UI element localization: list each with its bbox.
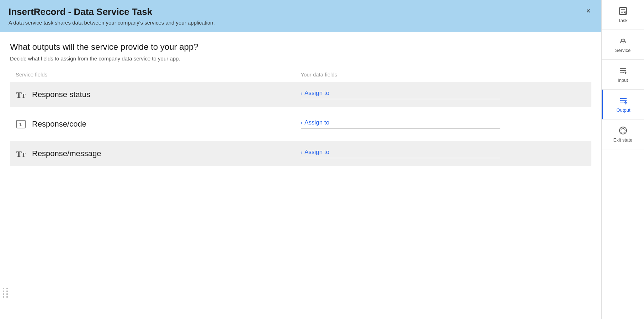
body-section: What outputs will the service provide to… <box>0 32 601 319</box>
field-rows: T T Response status › Assign to <box>10 82 591 170</box>
input-icon <box>618 66 628 75</box>
service-icon <box>618 36 628 46</box>
section-description: Decide what fields to assign from the co… <box>10 55 591 62</box>
assign-label: Assign to <box>304 90 329 97</box>
chevron-icon: › <box>301 90 303 96</box>
svg-line-13 <box>620 41 622 43</box>
field-left-response-status: T T Response status <box>16 90 301 99</box>
sidebar-label-output: Output <box>616 107 630 113</box>
sidebar: Task Service Input <box>601 0 644 319</box>
drag-handle <box>3 288 9 298</box>
col-header-data: Your data fields <box>301 71 586 78</box>
field-left-response-message: T T Response/message <box>16 149 301 158</box>
field-left-response-code: 1 Response/code <box>16 119 301 129</box>
task-icon <box>618 6 628 16</box>
header-title: InsertRecord - Data Service Task <box>9 6 215 17</box>
sidebar-item-task[interactable]: Task <box>602 0 644 30</box>
assign-label: Assign to <box>304 149 329 156</box>
field-row-response-code: 1 Response/code › Assign to <box>10 111 591 137</box>
field-row-response-status: T T Response status › Assign to <box>10 82 591 107</box>
field-row-response-message: T T Response/message › Assign to <box>10 141 591 166</box>
field-name-response-status: Response status <box>32 90 90 99</box>
chevron-icon: › <box>301 149 303 155</box>
svg-point-24 <box>621 128 625 133</box>
field-right-response-code: › Assign to <box>301 119 586 129</box>
sidebar-item-input[interactable]: Input <box>602 60 644 90</box>
assign-label: Assign to <box>304 119 329 126</box>
assign-btn-response-code[interactable]: › Assign to <box>301 119 500 129</box>
section-question: What outputs will the service provide to… <box>10 42 591 52</box>
svg-text:T: T <box>16 90 22 99</box>
sidebar-item-service[interactable]: Service <box>602 30 644 60</box>
field-right-response-status: › Assign to <box>301 90 586 99</box>
header-text-block: InsertRecord - Data Service Task A data … <box>9 6 215 26</box>
assign-btn-response-status[interactable]: › Assign to <box>301 90 500 99</box>
col-header-service: Service fields <box>16 71 301 78</box>
sidebar-label-task: Task <box>618 18 628 23</box>
svg-text:T: T <box>16 149 22 158</box>
svg-text:1: 1 <box>19 122 22 127</box>
number-type-icon: 1 <box>16 119 27 129</box>
header-subtitle: A data service task shares data between … <box>9 20 215 26</box>
sidebar-label-service: Service <box>615 48 630 53</box>
svg-text:T: T <box>22 152 26 158</box>
field-columns-header: Service fields Your data fields <box>10 71 591 78</box>
field-name-response-code: Response/code <box>32 119 86 129</box>
sidebar-item-exit-state[interactable]: Exit state <box>602 119 644 149</box>
text-type-icon-2: T T <box>16 149 27 158</box>
field-name-response-message: Response/message <box>32 149 101 158</box>
output-icon <box>619 96 628 105</box>
sidebar-label-input: Input <box>618 78 628 83</box>
chevron-icon: › <box>301 120 303 126</box>
svg-text:T: T <box>22 93 26 99</box>
close-button[interactable]: × <box>584 6 593 16</box>
field-right-response-message: › Assign to <box>301 149 586 158</box>
text-type-icon: T T <box>16 90 27 99</box>
sidebar-label-exit-state: Exit state <box>613 137 632 143</box>
exit-state-icon <box>618 126 628 135</box>
svg-point-23 <box>619 127 627 134</box>
header-banner: InsertRecord - Data Service Task A data … <box>0 0 601 32</box>
sidebar-item-output[interactable]: Output <box>602 90 644 119</box>
assign-btn-response-message[interactable]: › Assign to <box>301 149 500 158</box>
svg-line-14 <box>624 41 626 43</box>
